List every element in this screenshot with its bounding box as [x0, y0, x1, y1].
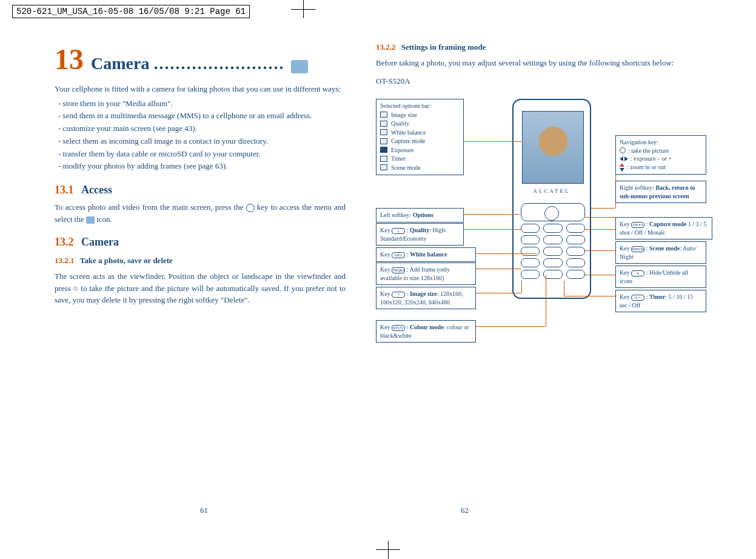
option-label: Quality [391, 119, 409, 128]
callout-options-bar: Selected options bar: Image size Quality… [376, 99, 464, 175]
leader-line [476, 326, 546, 327]
leader-line [564, 296, 615, 296]
callout-bold: Scene mode [649, 245, 680, 252]
callout-key-hash: Key # : Hide/Unhide all icons [615, 266, 706, 288]
list-item: - customize your main screen (see page 4… [55, 122, 346, 135]
key-icon [521, 247, 540, 256]
key-3-icon: DEF3 [631, 222, 644, 228]
callout-text: : [644, 293, 649, 300]
callout-nav-key: Navigation key: : take the picture : exp… [615, 135, 706, 175]
phone-keypad [521, 203, 585, 279]
page-number-left: 61 [200, 506, 208, 515]
quality-icon [380, 121, 387, 127]
phone-screen [522, 111, 584, 184]
section-13-1-heading: 13.1 Access [55, 184, 346, 196]
up-down-arrows-icon [620, 163, 624, 172]
bullet-text: customize your main screen (see page 43)… [63, 124, 197, 133]
camera-icon [86, 216, 95, 224]
callout-bold: White balance [410, 251, 447, 258]
white-balance-icon [380, 129, 387, 135]
bullet-text: transfer them by data cable or microSD c… [63, 149, 261, 158]
callout-text: Right softkey: [620, 184, 655, 191]
capture-mode-icon [380, 138, 387, 144]
key-icon [521, 270, 540, 279]
leader-line [591, 208, 615, 209]
exposure-icon [380, 147, 387, 153]
option-label: White balance [391, 129, 426, 137]
chapter-title: Camera ........................ [91, 54, 289, 73]
callout-text: Key [380, 251, 392, 258]
page-number-right: 62 [461, 506, 469, 515]
callout-text: Key [380, 290, 392, 297]
subsection-number: 13.2.1 [55, 256, 75, 265]
print-header: 520-621_UM_USA_16-05-08 16/05/08 9:21 Pa… [12, 5, 250, 18]
callout-text: Key [620, 245, 631, 252]
key-icon [566, 258, 585, 267]
callout-bold: Capture mode [649, 221, 686, 227]
leader-line [464, 229, 521, 230]
callout-text: Key [380, 227, 392, 233]
subsection-13-2-1-heading: 13.2.1 Take a photo, save or delete [55, 256, 346, 266]
callout-text: : [644, 245, 649, 252]
bullet-text: modify your photos by adding frames (see… [63, 161, 228, 170]
leader-line [476, 293, 521, 293]
ok-key-icon [620, 147, 626, 153]
leader-line [476, 269, 521, 269]
callout-text: : exposure – or + [631, 155, 672, 163]
key-hash-icon: # [631, 270, 644, 276]
callout-key-3: Key DEF3 : Capture mode 1 / 3 / 5 shot /… [615, 217, 712, 239]
model-label: OT-S520A [376, 75, 697, 87]
intro-text: Your cellphone is fitted with a camera f… [55, 83, 346, 95]
callout-key-1: Key 1 : Quality: High/ Standard/Economy [376, 223, 464, 246]
section-13-2-1-body: The screen acts as the viewfinder. Posit… [55, 270, 346, 306]
key-icon [566, 247, 585, 256]
page-spread: 13 Camera ........................ Your … [55, 42, 721, 515]
callout-key-6: Key MNO6 : Scene mode: Auto/ Night [615, 241, 706, 264]
section-13-1-body: To access photo and video from the main … [55, 201, 346, 225]
camcorder-icon [291, 60, 308, 73]
subsection-title: Settings in framing mode [401, 42, 486, 52]
option-label: Image size [391, 111, 417, 119]
key-8-icon: 8TUV [392, 325, 405, 331]
body-text: To access photo and video from the main … [55, 203, 246, 212]
callout-text: Key [620, 221, 631, 227]
list-item: - send them in a multimedia message (MMS… [55, 110, 346, 122]
page-left: 13 Camera ........................ Your … [55, 42, 358, 515]
key-1-icon: 1 [392, 228, 405, 234]
leader-line [476, 253, 537, 254]
callout-text: : [405, 251, 410, 258]
callout-text: : [644, 221, 649, 227]
section-13-2-heading: 13.2 Camera [55, 236, 346, 249]
key-icon [543, 270, 562, 279]
leader-line [585, 275, 615, 275]
callout-text: Key [380, 324, 392, 330]
callout-key-5: Key 5JKL : White balance [376, 247, 476, 262]
section-number: 13.2 [55, 236, 74, 248]
key-0-icon: 0 + [631, 295, 644, 301]
callout-text: : take the picture [628, 147, 669, 155]
key-icon [566, 270, 585, 279]
phone-outline: ALCATEL [512, 99, 591, 299]
section-title: Camera [81, 236, 119, 248]
callout-text: Key [620, 269, 631, 276]
callout-bold: Quality [410, 227, 429, 233]
list-item: - select them as incoming call image to … [55, 135, 346, 148]
leader-line [564, 281, 564, 296]
section-title: Access [81, 184, 112, 196]
callout-key-star: Key * : Image size: 128x160, 160x120, 32… [376, 287, 476, 309]
callout-bold: Timer [649, 293, 665, 300]
crop-mark-icon [376, 541, 400, 559]
leader-line [546, 275, 546, 326]
callout-key-0: Key 0 + : Timer: 5 / 10 / 15 sec / Off [615, 290, 706, 312]
callout-right-softkey: Right softkey: Back, return to sub-menus… [615, 181, 706, 203]
callout-bold: Options [413, 212, 433, 218]
callout-bold: Colour mode [410, 324, 444, 330]
section-13-2-2-body: Before taking a photo, you may adjust se… [376, 57, 697, 69]
option-label: Capture mode [391, 137, 425, 146]
leader-line [464, 141, 521, 142]
scene-mode-icon [380, 164, 387, 170]
chapter-title-text: Camera [91, 54, 149, 73]
key-icon [521, 224, 540, 233]
callout-title: Navigation key: [620, 138, 702, 147]
key-icon [543, 235, 562, 244]
